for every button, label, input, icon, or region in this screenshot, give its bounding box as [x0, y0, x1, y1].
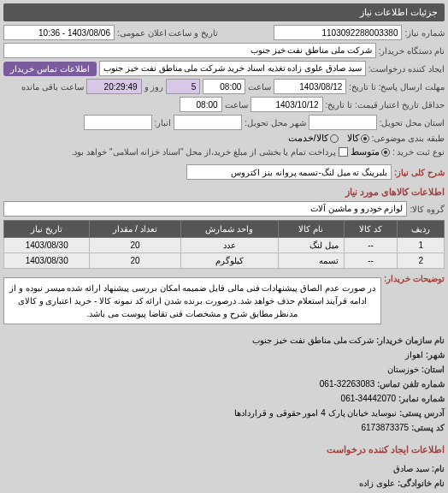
- creator-label: ایجاد کننده درخواست:: [368, 64, 445, 74]
- floor-label: انبار:: [155, 118, 172, 128]
- keyword-label: شرح کلی نیاز:: [394, 168, 445, 177]
- province-label: استان محل تحویل:: [380, 118, 445, 128]
- cell: 20: [90, 253, 180, 269]
- cell: --: [344, 253, 398, 269]
- group-value: لوازم خودرو و ماشین آلات: [3, 201, 407, 217]
- fax-value: 34442070-061: [341, 394, 397, 403]
- lname-value: علوی زاده: [359, 478, 395, 488]
- valid-time-label: ساعت: [225, 100, 248, 110]
- addr-value: نیوساید خیابان پارک 4 امور حقوقی و قرارد…: [234, 408, 397, 418]
- deadline-date: 1403/08/12: [274, 79, 346, 94]
- post-label: کد پستی:: [411, 423, 445, 432]
- org-city: اهواز: [405, 350, 423, 359]
- th-code: کد کالا: [344, 221, 398, 238]
- org-city-label: شهر:: [426, 350, 445, 359]
- cell: 1: [398, 238, 445, 253]
- province-value: [309, 115, 377, 130]
- floor-value: [84, 115, 152, 130]
- desc-label: توضیحات خریدار:: [384, 274, 445, 283]
- cell: 2: [398, 253, 445, 269]
- cell: 1403/08/30: [4, 253, 90, 269]
- radio-khadamat-label: کالا/خدمت: [288, 133, 328, 144]
- keyword-value: بلبرینگ ته میل لنگ-تسمه پروانه بنز اکترو…: [186, 164, 392, 180]
- announce-label: تاریخ و ساعت اعلان عمومی:: [117, 28, 218, 38]
- th-row: ردیف: [398, 221, 445, 238]
- days-count: 5: [166, 79, 200, 94]
- org-label: نام سازمان خریدار:: [376, 336, 445, 345]
- price-label: نوع ثبت خرید :: [392, 147, 445, 157]
- valid-label: حداقل تاریخ اعتبار قیمت: تا تاریخ:: [326, 100, 445, 110]
- lname-label: نام خانوادگی:: [398, 478, 445, 488]
- post-value: 6173873375: [361, 423, 409, 432]
- request-no-value: 1103092288003380: [274, 25, 402, 40]
- th-name: نام کالا: [278, 221, 344, 238]
- city-value: [174, 115, 242, 130]
- radio-khadamat[interactable]: کالا/خدمت: [288, 133, 339, 144]
- cell: کیلوگرم: [180, 253, 278, 269]
- name-label: نام:: [432, 464, 445, 473]
- radio-kala-label: کالا: [347, 133, 359, 144]
- remain-label: ساعت باقی مانده: [21, 82, 84, 92]
- deadline-time: 08:00: [203, 79, 245, 94]
- pay-note: پرداخت تمام یا بخشی از مبلغ خرید،از محل …: [72, 147, 336, 157]
- cell: میل لنگ: [278, 238, 344, 253]
- request-no-label: شماره نیاز:: [404, 28, 445, 38]
- cell: عدد: [180, 238, 278, 253]
- goods-section-title: اطلاعات کالاهای مورد نیاز: [3, 187, 445, 198]
- device-label: نام دستگاه خریدار:: [379, 46, 445, 56]
- creator-section-title: اطلاعات ایجاد کننده درخواست: [3, 442, 445, 458]
- pkg-label: طبقه بندی موضوعی:: [372, 134, 445, 143]
- valid-time: 08:00: [180, 97, 222, 112]
- desc-value: در صورت عدم الصاق پیشنهادات فنی مالی فای…: [3, 277, 381, 324]
- fax-label: شماره نمابر:: [398, 394, 445, 403]
- table-row: 2 -- تسمه کیلوگرم 20 1403/08/30: [4, 253, 445, 269]
- creator-value: سید صادق علوی زاده تغذیه اسناد خرید شرکت…: [99, 61, 366, 76]
- pay-checkbox[interactable]: [339, 147, 348, 157]
- cell: تسمه: [278, 253, 344, 269]
- goods-table: ردیف کد کالا نام کالا واحد شمارش تعداد /…: [3, 220, 445, 269]
- pkg-radio-group: کالا کالا/خدمت: [288, 133, 369, 144]
- cell: 1403/08/30: [4, 238, 90, 253]
- deadline-time-label: ساعت: [248, 82, 271, 92]
- radio-mid[interactable]: متوسط: [351, 146, 390, 157]
- days-label: روز و: [144, 82, 164, 92]
- group-label: گروه کالا:: [410, 205, 445, 214]
- device-value: شرکت ملی مناطق نفت خیز جنوب: [3, 43, 376, 58]
- contact-button[interactable]: اطلاعات تماس خریدار: [3, 62, 97, 76]
- city-label: شهر محل تحویل:: [245, 118, 305, 128]
- valid-date: 1403/10/12: [251, 97, 323, 112]
- radio-mid-label: متوسط: [351, 146, 380, 157]
- th-qty: تعداد / مقدار: [90, 221, 180, 238]
- announce-value: 1403/08/06 - 10:36: [3, 25, 115, 40]
- name-value: سید صادق: [393, 464, 429, 473]
- th-date: تاریخ نیاز: [4, 221, 90, 238]
- radio-kala[interactable]: کالا: [347, 133, 369, 144]
- tel-label: شماره تلفن تماس:: [377, 379, 445, 389]
- remain-time: 20:29:49: [86, 79, 142, 94]
- table-row: 1 -- میل لنگ عدد 20 1403/08/30: [4, 238, 445, 253]
- cell: 20: [90, 238, 180, 253]
- addr-label: آدرس پستی:: [399, 408, 445, 418]
- deadline-label: مهلت ارسال پاسخ: تا تاریخ:: [349, 82, 445, 92]
- cell: --: [344, 238, 398, 253]
- org-province: خوزستان: [387, 365, 419, 374]
- org-province-label: استان:: [421, 365, 445, 374]
- tel-value: 32263083-061: [320, 379, 375, 389]
- th-unit: واحد شمارش: [180, 221, 278, 238]
- org-value: شرکت ملی مناطق نفت خیز جنوب: [252, 336, 374, 345]
- page-header: جزئیات اطلاعات نیاز: [3, 3, 445, 21]
